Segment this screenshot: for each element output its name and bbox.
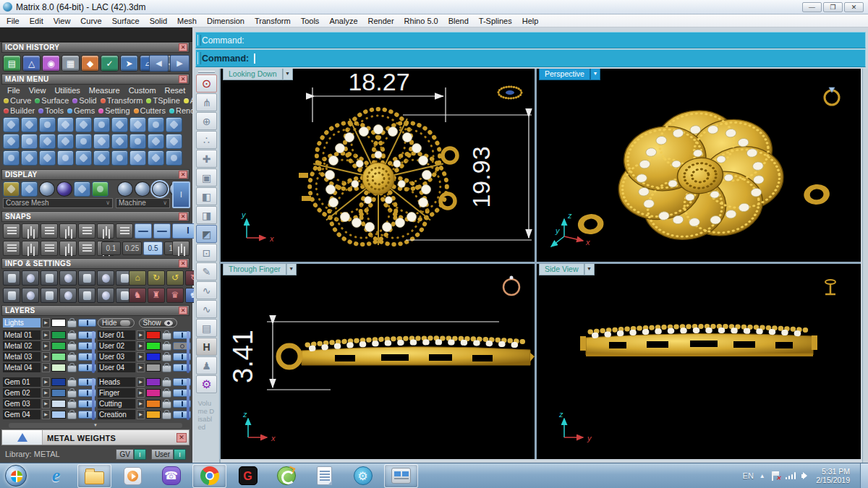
- layer-name[interactable]: Creation: [98, 410, 135, 419]
- layer-row[interactable]: Heads ▶: [98, 377, 191, 387]
- layer-color-swatch[interactable]: [146, 400, 161, 408]
- planar-icon[interactable]: [41, 241, 58, 256]
- viewport-perspective[interactable]: z y x Perspective ▼: [537, 69, 861, 262]
- box-corner-icon[interactable]: ◩: [196, 225, 217, 243]
- layer-color-swatch[interactable]: [51, 353, 66, 361]
- tool-icon[interactable]: [21, 134, 38, 149]
- broom-icon[interactable]: ⌂: [129, 270, 146, 286]
- layer-expand-button[interactable]: ▶: [42, 388, 50, 398]
- taskbar-app-internet-explorer[interactable]: e: [39, 464, 73, 488]
- lock-icon[interactable]: [162, 333, 171, 340]
- language-indicator[interactable]: EN: [743, 471, 754, 480]
- pose-1-icon[interactable]: ♞: [129, 288, 146, 303]
- layer-expand-button[interactable]: ▶: [137, 410, 145, 419]
- pose-3-icon[interactable]: ♛: [166, 288, 184, 303]
- layer-expand-button[interactable]: ▶: [137, 352, 145, 361]
- lock-icon[interactable]: [162, 354, 171, 361]
- layer-row[interactable]: Gem 02 ▶: [3, 388, 96, 398]
- layer-row[interactable]: Metal 01 ▶: [3, 330, 96, 340]
- menu-item[interactable]: Curve: [75, 17, 106, 25]
- script-icon[interactable]: [78, 270, 95, 286]
- render-style-dropdown[interactable]: Machine∨: [116, 198, 170, 208]
- layer-name[interactable]: Lights: [3, 318, 41, 328]
- grid-size-button[interactable]: 0.5: [143, 241, 163, 255]
- layer-row[interactable]: Metal 04 ▶: [3, 363, 96, 372]
- action-center-flag-icon[interactable]: ✕: [771, 471, 780, 481]
- menu-item[interactable]: Analyze: [324, 17, 362, 25]
- globe-icon[interactable]: ⊕: [196, 112, 217, 130]
- snap-point-icon[interactable]: [59, 223, 77, 239]
- category-item[interactable]: Tools: [35, 106, 64, 115]
- layer-row[interactable]: Cutting ▶: [98, 399, 191, 408]
- tool-icon[interactable]: [75, 134, 92, 149]
- tool-icon[interactable]: [3, 134, 20, 149]
- network-signal-icon[interactable]: [786, 472, 796, 479]
- dock-drag-bar[interactable]: [0, 27, 192, 42]
- layer-expand-button[interactable]: ▶: [137, 388, 145, 398]
- close-icon[interactable]: ✕: [179, 43, 187, 51]
- lock-icon[interactable]: [67, 412, 77, 419]
- grid-snap-icon[interactable]: [3, 241, 20, 256]
- layer-expand-button[interactable]: ▶: [42, 352, 50, 361]
- undo-loop-icon[interactable]: ↺: [166, 270, 184, 286]
- active-sphere-icon[interactable]: [152, 181, 168, 197]
- main-menu-tab[interactable]: Reset: [161, 86, 190, 95]
- tool-icon[interactable]: [75, 150, 92, 166]
- taskbar-app-notes[interactable]: [307, 464, 341, 488]
- taskbar-app-garena[interactable]: G: [231, 464, 265, 488]
- world-display-icon[interactable]: [74, 181, 90, 197]
- layer-row[interactable]: Metal 02 ▶: [3, 341, 96, 351]
- category-item[interactable]: Cutters: [130, 106, 166, 115]
- close-icon[interactable]: ✕: [179, 213, 187, 221]
- box-new-icon[interactable]: ▣: [196, 168, 217, 187]
- hide-toggle[interactable]: Hide: [98, 318, 135, 328]
- redo-loop-icon[interactable]: ↻: [148, 270, 165, 286]
- layer-row[interactable]: Lights ▶: [3, 318, 96, 328]
- metal-weights-header[interactable]: METAL WEIGHTS ✕: [1, 429, 190, 445]
- stack-icon[interactable]: ▤: [196, 319, 217, 337]
- grid-panel-icon[interactable]: [3, 288, 20, 303]
- cplane-tripod-icon[interactable]: ⋔: [196, 93, 217, 111]
- icon-history-header[interactable]: ICON HISTORY ✕: [1, 42, 190, 53]
- tool-icon[interactable]: [57, 134, 74, 149]
- wrench-icon[interactable]: [22, 270, 39, 286]
- tool-icon[interactable]: [129, 134, 146, 149]
- minimize-button[interactable]: —: [802, 2, 822, 12]
- layer-expand-button[interactable]: ▶: [42, 377, 50, 387]
- layer-color-swatch[interactable]: [146, 389, 161, 397]
- layer-color-swatch[interactable]: [51, 400, 66, 408]
- lock-icon[interactable]: [67, 320, 77, 328]
- notes-doc-icon[interactable]: [59, 270, 77, 286]
- layer-expand-button[interactable]: ▶: [42, 410, 50, 419]
- chevron-down-icon[interactable]: ▼: [590, 69, 600, 80]
- book-icon[interactable]: [59, 288, 77, 303]
- layers-scroll-strip[interactable]: ▼: [9, 423, 182, 428]
- history-back-icon[interactable]: ◀: [149, 55, 169, 72]
- layer-color-swatch[interactable]: [51, 411, 66, 419]
- chevron-down-icon[interactable]: ▼: [286, 264, 297, 275]
- tool-icon[interactable]: [129, 150, 146, 166]
- category-item[interactable]: Solid: [69, 96, 96, 105]
- layer-name[interactable]: User 04: [98, 363, 135, 372]
- layer-row[interactable]: Creation ▶: [98, 410, 191, 419]
- tool-icon[interactable]: [111, 134, 128, 149]
- layer-row[interactable]: Finger ▶: [98, 388, 191, 398]
- layer-color-swatch[interactable]: [146, 331, 161, 339]
- gear-icon[interactable]: ⚙: [196, 375, 217, 393]
- layer-color-swatch[interactable]: [51, 378, 66, 386]
- gv-toggle[interactable]: GVI: [116, 449, 145, 460]
- snap-project-button[interactable]: [153, 223, 171, 239]
- lock-icon[interactable]: [162, 390, 171, 398]
- layer-row[interactable]: Gem 01 ▶: [3, 377, 96, 387]
- snap-mid-icon[interactable]: [41, 223, 58, 239]
- edit-doc-icon[interactable]: [97, 270, 114, 286]
- render-display-icon[interactable]: [56, 181, 72, 197]
- layer-expand-button[interactable]: ▶: [137, 363, 145, 372]
- sweep-icon[interactable]: ➤: [120, 55, 138, 72]
- tool-icon[interactable]: [3, 117, 20, 132]
- tool-icon[interactable]: [39, 134, 56, 149]
- clock[interactable]: 5:31 PM 2/15/2019: [816, 467, 850, 485]
- category-item[interactable]: Surface: [31, 96, 69, 105]
- ortho-icon[interactable]: [22, 241, 39, 256]
- lock-icon[interactable]: [67, 390, 77, 398]
